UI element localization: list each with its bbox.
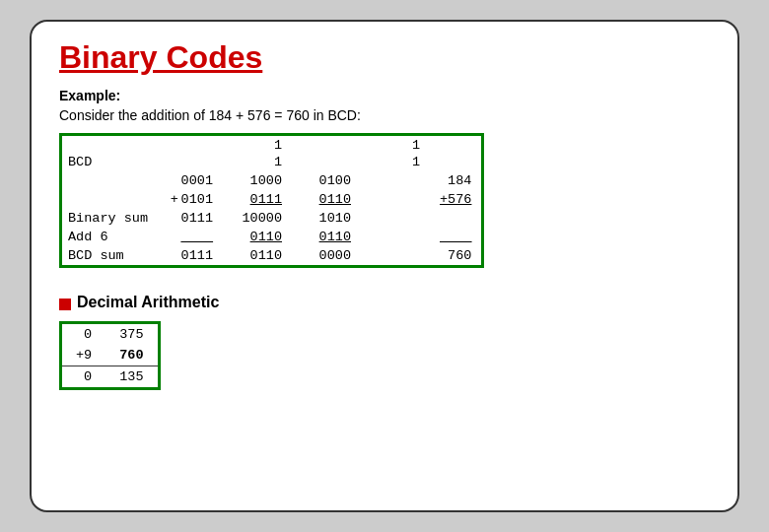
table-row: Binary sum 0111 10000 1010 (62, 209, 481, 228)
bcd-table: 1 1 BCD 1 1 0001 100 (62, 136, 481, 265)
table-row: + 0101 0111 0110 +576 (62, 190, 481, 209)
decimal-title-text: Decimal Arithmetic (77, 294, 219, 311)
example-label: Example: (59, 88, 710, 103)
table-row: BCD 1 1 (62, 153, 481, 171)
bcd-table-wrapper: 1 1 BCD 1 1 0001 100 (59, 133, 484, 268)
table-row: BCD sum 0111 0110 0000 760 (62, 246, 481, 265)
decimal-section-title: Decimal Arithmetic (59, 294, 710, 311)
decimal-table-wrapper: 0 375 +9 760 0 135 (59, 321, 161, 390)
carry-label (62, 136, 154, 153)
table-row: 0 135 (62, 366, 158, 388)
carry-row: 1 1 (62, 136, 481, 153)
bullet-icon (59, 299, 71, 310)
table-row: Add 6 ____ 0110 0110 ____ (62, 228, 481, 246)
example-desc: Consider the addition of 184 + 576 = 760… (59, 107, 710, 123)
page-title: Binary Codes (59, 39, 710, 76)
table-row: 0 375 (62, 324, 158, 345)
table-row: +9 760 (62, 345, 158, 366)
main-card: Binary Codes Example: Consider the addit… (30, 20, 739, 512)
table-row: 0001 1000 0100 184 (62, 171, 481, 190)
decimal-table: 0 375 +9 760 0 135 (62, 324, 158, 387)
